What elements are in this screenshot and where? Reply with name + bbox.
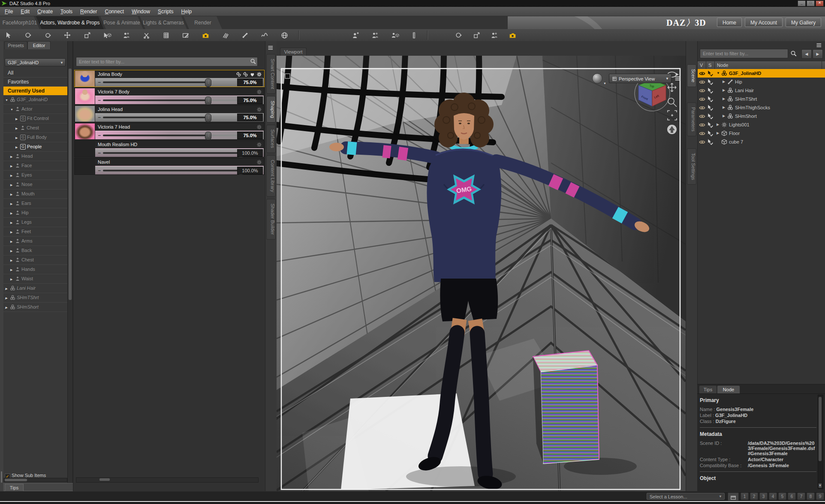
scale-tool[interactable] [81, 30, 93, 40]
tree-item[interactable]: Waist [3, 274, 67, 284]
menu-scripts[interactable]: Scripts [154, 7, 178, 16]
slider-decrease[interactable]: − [98, 150, 101, 156]
expander-icon[interactable] [10, 228, 15, 237]
tab-pose-animate[interactable]: Pose & Animate [100, 16, 143, 29]
tree-item[interactable]: Nose [3, 180, 67, 189]
expander-icon[interactable] [5, 303, 9, 312]
filter-currently-used[interactable]: Currently Used [3, 87, 67, 96]
geometry-cut-tool[interactable] [141, 30, 152, 40]
eye-visible-icon[interactable] [699, 122, 705, 128]
slider-decrease[interactable]: − [98, 97, 101, 103]
figure-dropdown[interactable]: G3F_JolinaHD▼ [5, 58, 66, 66]
tree-item[interactable]: Chest [3, 255, 67, 265]
tree-item[interactable]: SHmTShrt [3, 293, 67, 303]
tab-presets[interactable]: Presets [4, 41, 27, 49]
expander-icon[interactable] [10, 152, 15, 161]
expander-icon[interactable] [10, 256, 15, 265]
morph-slider[interactable]: − ⋮ + 75.0% [95, 113, 264, 122]
settings-gear-icon[interactable] [256, 159, 262, 165]
expander-icon[interactable] [10, 190, 15, 199]
selectable-cursor-icon[interactable] [707, 79, 713, 85]
lesson-page-button[interactable]: 6 [788, 492, 796, 500]
favorite-heart-icon[interactable] [250, 72, 255, 77]
close-button[interactable]: ✕ [816, 0, 824, 6]
aux-viewport-toggle[interactable] [160, 30, 172, 40]
filter-favorites[interactable]: Favorites [3, 78, 67, 87]
scene-filter-input[interactable] [700, 49, 788, 58]
slider-decrease[interactable]: − [98, 79, 101, 85]
morph-value[interactable]: 100.0% [237, 149, 263, 157]
draw-style-sphere-icon[interactable] [592, 73, 602, 84]
lesson-page-button[interactable]: 3 [759, 492, 768, 500]
lesson-page-button[interactable]: 4 [769, 492, 777, 500]
selectable-cursor-icon[interactable] [707, 130, 713, 136]
expander-icon[interactable] [10, 275, 15, 284]
scene-node-row[interactable]: cube 7 [698, 138, 825, 146]
expander-icon[interactable] [15, 143, 20, 152]
expander-icon[interactable] [10, 237, 15, 246]
menu-render[interactable]: Render [76, 7, 101, 16]
lesson-dropdown[interactable]: Select a Lesson...▼ [647, 493, 725, 500]
tree-item[interactable]: Legs [3, 218, 67, 227]
tree-item[interactable]: GFit Control [3, 114, 67, 123]
selectable-cursor-icon[interactable] [707, 122, 713, 128]
tree-item[interactable]: Actor [3, 105, 67, 114]
dock-tab-smart-content[interactable]: Smart Content [266, 54, 276, 94]
menu-connect[interactable]: Connect [101, 7, 128, 16]
rotate-tool[interactable] [42, 30, 53, 40]
render-editor-tool[interactable] [180, 30, 191, 40]
expander-icon[interactable] [15, 133, 20, 142]
tree-item[interactable]: Back [3, 246, 67, 255]
expander-icon[interactable] [10, 209, 15, 218]
expander-icon[interactable] [10, 171, 15, 180]
tree-item[interactable]: Hip [3, 208, 67, 218]
expander-icon[interactable] [10, 199, 15, 208]
morph-slider[interactable]: − ⋮ + 75.0% [95, 131, 264, 139]
expander-icon[interactable] [5, 294, 9, 303]
expander-icon[interactable] [10, 218, 15, 227]
tree-item[interactable]: G3F_JolinaHD [3, 95, 67, 105]
morph-card-mouth-realism[interactable]: Mouth Realism HD − ⋮ 100.0% [74, 140, 265, 157]
menu-create[interactable]: Create [33, 7, 57, 16]
expander-icon[interactable] [723, 86, 727, 95]
tips-tab[interactable]: Tips [5, 484, 24, 492]
expander-icon[interactable] [723, 103, 727, 112]
scene-node-row[interactable]: SHmThighSocks [698, 103, 825, 112]
column-selectable[interactable]: S [706, 61, 715, 69]
column-node[interactable]: Node [715, 61, 822, 69]
scene-node-row[interactable]: Floor [698, 129, 825, 138]
tab-lights-cameras[interactable]: Lights & Cameras [140, 16, 187, 29]
expander-icon[interactable] [723, 112, 727, 120]
selectable-cursor-icon[interactable] [707, 139, 713, 145]
shaping-horizontal-scrollbar[interactable] [76, 477, 259, 483]
selectable-cursor-icon[interactable] [707, 113, 713, 119]
dock-tab-surfaces[interactable]: Surfaces [266, 125, 276, 153]
scene-node-row[interactable]: Lights001 [698, 120, 825, 129]
figure-setup-tool[interactable] [121, 30, 132, 40]
expander-icon[interactable] [717, 69, 721, 78]
selectable-cursor-icon[interactable] [707, 87, 713, 93]
measure-metrics-tool[interactable] [408, 30, 419, 40]
dock-tab-parameters[interactable]: Parameters [687, 102, 696, 136]
new-prop-tool[interactable] [389, 30, 400, 40]
selectable-cursor-icon[interactable] [707, 96, 713, 102]
new-group-tool[interactable] [370, 30, 381, 40]
render-camera-tool-2[interactable] [507, 30, 518, 40]
filter-all[interactable]: All [3, 69, 67, 78]
link-icon[interactable] [236, 72, 241, 77]
line-render-tool[interactable] [220, 30, 231, 40]
morph-sculpt-tool[interactable] [259, 30, 270, 40]
tab-actors-wardrobe-props[interactable]: Actors, Wardrobe & Props [36, 16, 104, 29]
viewport-tab[interactable]: Viewport [280, 48, 307, 56]
tab-editor[interactable]: Editor [27, 41, 51, 49]
morph-slider[interactable]: − ⋮ 100.0% [95, 166, 264, 174]
eye-visible-icon[interactable] [699, 105, 705, 111]
settings-gear-icon[interactable] [256, 72, 262, 77]
morph-card-navel[interactable]: Navel − ⋮ 100.0% [74, 158, 265, 175]
lesson-player-icon[interactable] [728, 492, 739, 501]
left-vertical-scrollbar[interactable] [67, 41, 73, 491]
morph-card-victoria7-body[interactable]: Victoria 7 Body − ⋮ + 75.0% [74, 87, 265, 105]
selectable-cursor-icon[interactable] [707, 70, 713, 76]
tab-render[interactable]: Render [184, 16, 222, 29]
geodesic-select-tool[interactable] [279, 30, 290, 40]
